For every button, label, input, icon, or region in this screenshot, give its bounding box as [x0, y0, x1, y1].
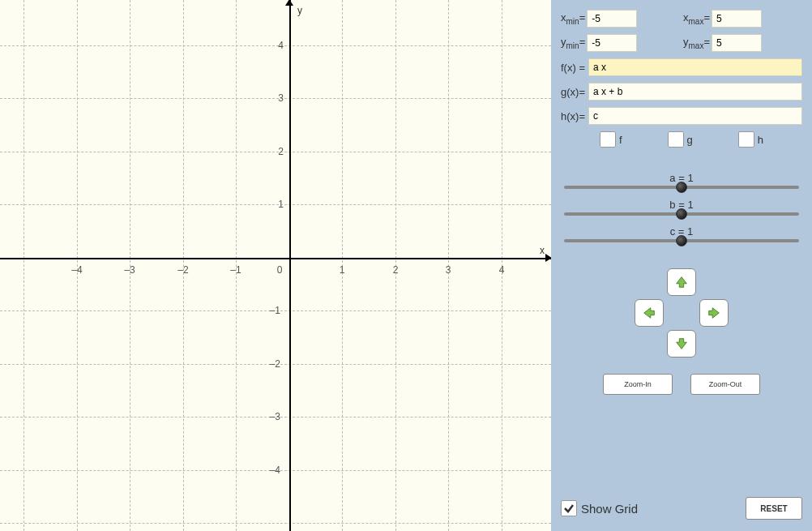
x-axis [0, 258, 551, 259]
tick-x: 0 [277, 264, 283, 276]
show-grid-label: Show Grid [581, 502, 638, 516]
pan-arrows [561, 267, 802, 359]
x-axis-label: x [540, 245, 545, 256]
slider-a[interactable] [564, 186, 799, 189]
checkbox-h[interactable] [738, 131, 754, 148]
checkbox-f-label: f [619, 134, 622, 146]
xmax-input[interactable] [712, 10, 762, 28]
graph-canvas[interactable]: y x –4 –3 –2 –1 0 1 2 3 4 4 3 2 1 –1 –2 … [0, 0, 551, 531]
tick-y: –3 [256, 411, 280, 422]
tick-x: –4 [71, 264, 82, 276]
g-label: g(x)= [561, 86, 585, 98]
tick-x: 4 [499, 264, 505, 276]
xmin-input[interactable] [587, 10, 637, 28]
tick-y: 1 [259, 199, 284, 210]
control-panel: xmin= xmax= ymin= ymax= f(x) = g(x)= [551, 0, 812, 531]
zoom-in-button[interactable]: Zoom-In [603, 374, 673, 395]
pan-up-button[interactable] [667, 268, 696, 296]
arrow-up-icon [285, 0, 293, 6]
checkbox-h-label: h [758, 134, 763, 146]
reset-button[interactable]: RESET [746, 497, 802, 520]
tick-x: 2 [393, 264, 399, 276]
ymin-label: ymin= [561, 36, 585, 50]
pan-left-button[interactable] [635, 299, 664, 327]
tick-y: –4 [256, 465, 280, 476]
arrow-up-icon [674, 275, 689, 289]
tick-y: 3 [259, 92, 284, 104]
slider-b[interactable] [564, 212, 799, 216]
ymin-input[interactable] [587, 34, 637, 52]
arrow-right-icon [707, 306, 721, 320]
arrow-left-icon [642, 306, 656, 320]
tick-y: –1 [256, 305, 280, 316]
f-input[interactable] [588, 58, 802, 76]
tick-y: 4 [259, 40, 284, 51]
zoom-out-button[interactable]: Zoom-Out [690, 374, 760, 395]
arrow-right-icon [545, 254, 551, 262]
h-input[interactable] [588, 107, 802, 125]
xmax-label: xmax= [683, 11, 710, 26]
pan-right-button[interactable] [699, 299, 729, 327]
tick-y: –2 [256, 358, 280, 370]
h-label: h(x)= [561, 110, 585, 122]
tick-x: 1 [340, 264, 345, 276]
y-axis-label: y [297, 5, 302, 16]
f-label: f(x) = [561, 62, 585, 74]
pan-down-button[interactable] [667, 330, 696, 358]
tick-x: –2 [177, 264, 188, 276]
ymax-input[interactable] [712, 34, 762, 52]
checkmark-icon [563, 503, 575, 514]
tick-x: –1 [230, 264, 241, 276]
tick-x: –3 [124, 264, 135, 276]
xmin-label: xmin= [561, 11, 585, 26]
ymax-label: ymax= [683, 36, 710, 50]
checkbox-g[interactable] [668, 131, 684, 148]
tick-y: 2 [259, 146, 284, 157]
y-axis [289, 0, 291, 531]
arrow-down-icon [674, 336, 689, 351]
tick-x: 3 [446, 264, 451, 276]
checkbox-g-label: g [687, 134, 693, 146]
checkbox-f[interactable] [600, 131, 616, 148]
g-input[interactable] [588, 83, 802, 101]
checkbox-show-grid[interactable] [561, 500, 577, 516]
slider-c[interactable] [564, 239, 799, 242]
